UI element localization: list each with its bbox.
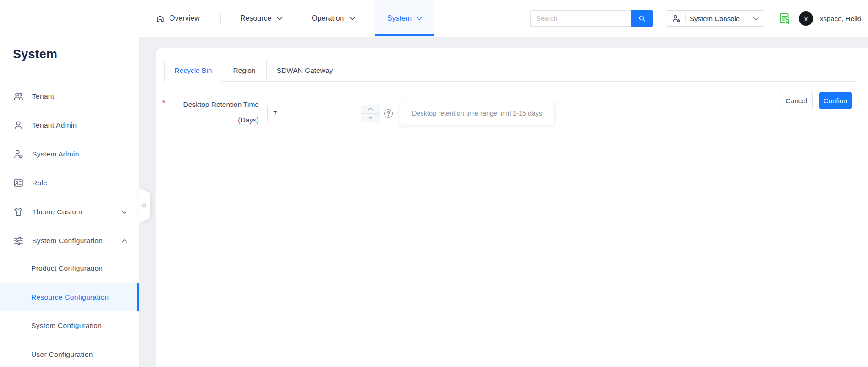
nav-label: Resource [240, 14, 271, 22]
top-header: Overview Resource Operation System [0, 0, 868, 37]
label-line-2: (Days) [156, 112, 259, 128]
tab-label: Recycle Bin [175, 67, 212, 75]
nav-item-overview[interactable]: Overview [156, 0, 200, 37]
retention-tooltip: Desktop retention time range limit 1-15 … [400, 101, 555, 125]
console-selector[interactable]: System Console [666, 10, 764, 27]
sidebar-item-label: Tenant [32, 92, 54, 100]
search-button[interactable] [631, 10, 653, 27]
content-panel: Recycle Bin Region SDWAN Gateway * Deskt… [156, 48, 868, 367]
stepper-decrease-button[interactable] [361, 114, 380, 122]
sidebar-item-label: Theme Custom [32, 208, 82, 216]
person-icon [13, 120, 24, 131]
sidebar-subitem-label: User Configuration [31, 350, 93, 359]
sidebar-item-label: Role [32, 179, 47, 187]
sidebar-collapse-handle[interactable] [139, 188, 150, 223]
nav-label: Overview [169, 14, 200, 22]
tab-sdwan-gateway[interactable]: SDWAN Gateway [266, 60, 343, 82]
global-search [530, 10, 653, 27]
chevron-down-icon [416, 17, 422, 21]
sidebar-subitem-label: System Configuration [31, 322, 102, 330]
stepper-increase-button[interactable] [361, 105, 380, 114]
sidebar-item-role[interactable]: Role [0, 174, 139, 192]
sidebar-subitem-user-configuration[interactable]: User Configuration [0, 340, 139, 367]
confirm-label: Confirm [824, 97, 848, 105]
search-icon [638, 14, 646, 22]
sidebar-item-label: System Configuration [32, 237, 103, 245]
chevron-down-icon [121, 210, 127, 214]
desktop-retention-time-label: Desktop Retention Time (Days) [156, 97, 259, 128]
avatar-initial: x [804, 15, 808, 22]
sidebar-subitem-resource-configuration-active[interactable]: Resource Configuration [0, 283, 139, 311]
tab-bar: Recycle Bin Region SDWAN Gateway [164, 60, 857, 82]
chevron-down-icon [349, 17, 355, 21]
sidebar-subitem-label: Product Configuration [31, 264, 103, 272]
confirm-button[interactable]: Confirm [819, 92, 852, 109]
sidebar-item-system-admin[interactable]: System Admin [0, 145, 139, 163]
number-stepper [361, 105, 380, 122]
sidebar-item-theme-custom[interactable]: Theme Custom [0, 203, 139, 221]
sidebar-title: System [13, 47, 57, 61]
sidebar-item-label: Tenant Admin [32, 121, 77, 129]
tab-label: SDWAN Gateway [277, 67, 333, 75]
label-line-1: Desktop Retention Time [156, 97, 259, 112]
help-question-icon[interactable]: ? [384, 109, 393, 118]
retention-days-input-group [267, 105, 380, 122]
tab-label: Region [233, 67, 255, 75]
sidebar-subitem-system-configuration[interactable]: System Configuration [0, 311, 139, 340]
cancel-label: Cancel [786, 97, 807, 105]
tooltip-text: Desktop retention time range limit 1-15 … [412, 110, 542, 117]
sidebar-item-tenant[interactable]: Tenant [0, 87, 139, 106]
tshirt-icon [13, 206, 24, 217]
admin-person-gear-icon [671, 14, 681, 23]
tab-region[interactable]: Region [222, 60, 267, 82]
tenant-group-icon [13, 91, 24, 102]
retention-days-input[interactable] [268, 105, 361, 122]
cancel-button[interactable]: Cancel [780, 92, 813, 109]
chevron-down-icon [277, 17, 283, 21]
sidebar-item-label: System Admin [32, 150, 79, 158]
user-avatar[interactable]: x [799, 11, 813, 26]
header-divider [775, 13, 775, 24]
collapse-sidebar-icon [140, 202, 148, 209]
sidebar-subitem-product-configuration[interactable]: Product Configuration [0, 254, 139, 283]
home-icon [156, 14, 165, 23]
tab-recycle-bin[interactable]: Recycle Bin [164, 60, 222, 82]
chevron-down-icon[interactable] [855, 16, 861, 20]
nav-item-system-active[interactable]: System [375, 0, 434, 37]
nav-item-resource[interactable]: Resource [240, 0, 283, 37]
audit-document-icon[interactable] [778, 12, 791, 25]
sidebar-subitem-label: Resource Configuration [31, 293, 109, 301]
header-divider [659, 13, 659, 24]
id-card-icon [13, 178, 24, 189]
console-inner-divider [685, 14, 686, 22]
chevron-down-icon [753, 17, 759, 21]
sidebar: System Tenant Tenant Admin [0, 37, 140, 367]
nav-label: Operation [312, 14, 344, 22]
person-gear-icon [13, 149, 24, 160]
console-selected-value: System Console [690, 15, 749, 22]
sidebar-item-tenant-admin[interactable]: Tenant Admin [0, 116, 139, 134]
question-mark: ? [387, 111, 390, 117]
nav-item-operation[interactable]: Operation [312, 0, 355, 37]
chevron-up-icon [121, 239, 127, 243]
nav-divider [220, 13, 221, 24]
sliders-icon [13, 235, 24, 246]
nav-label: System [387, 14, 412, 22]
search-input[interactable] [530, 10, 631, 27]
sidebar-item-system-configuration[interactable]: System Configuration [0, 232, 139, 250]
